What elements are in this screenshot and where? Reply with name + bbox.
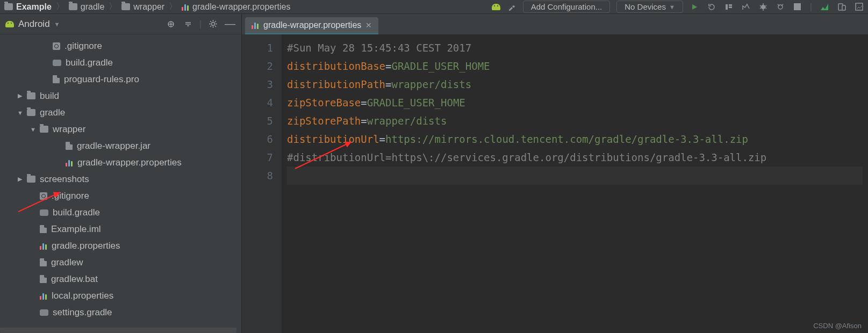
project-view-selector[interactable]: Android ▼: [5, 19, 60, 30]
close-icon[interactable]: ✕: [365, 21, 372, 30]
project-view-label: Android: [18, 19, 50, 30]
breadcrumb-item[interactable]: Example: [4, 2, 52, 12]
tree-node[interactable]: ▼wrapper: [0, 121, 241, 137]
add-configuration-button[interactable]: Add Configuration...: [523, 1, 611, 13]
button-label: Add Configuration...: [531, 2, 602, 11]
top-toolbar: Example 〉 gradle 〉 wrapper 〉 gradle-wrap…: [0, 0, 868, 14]
tree-node-label: build: [40, 91, 59, 102]
svg-rect-5: [794, 3, 801, 10]
breadcrumb-label: Example: [16, 2, 52, 12]
gitignore-icon: [40, 192, 47, 200]
editor-tab[interactable]: gradle-wrapper.properties ✕: [245, 17, 378, 34]
tree-node[interactable]: ▶gradlew: [0, 254, 241, 271]
tree-node[interactable]: ▶build.gradle: [0, 54, 241, 71]
code-line[interactable]: [287, 166, 863, 185]
breadcrumb[interactable]: Example 〉 gradle 〉 wrapper 〉 gradle-wrap…: [4, 1, 290, 12]
watermark: CSDN @Afison: [813, 322, 862, 330]
tree-node[interactable]: ▶gradle-wrapper.properties: [0, 154, 241, 171]
code-line[interactable]: #Sun May 28 15:45:43 CEST 2017: [287, 39, 863, 57]
folder-icon: [27, 92, 35, 99]
button-label: No Devices: [625, 2, 666, 11]
tree-node-label: gradle-wrapper.properties: [77, 157, 182, 168]
tree-node[interactable]: ▶gradlew.bat: [0, 271, 241, 287]
folder-icon: [121, 3, 130, 10]
file-icon: [40, 275, 47, 283]
svg-rect-0: [726, 4, 728, 10]
tree-node-label: Example.iml: [51, 224, 101, 235]
scrollbar[interactable]: [0, 328, 236, 333]
breadcrumb-item[interactable]: wrapper: [121, 2, 164, 12]
stop-icon[interactable]: [793, 2, 802, 12]
code-line[interactable]: zipStorePath=wrapper/dists: [287, 112, 863, 130]
attach-debugger-icon[interactable]: [776, 2, 785, 12]
tree-node-label: .gitignore: [64, 41, 102, 52]
editor-body[interactable]: 12345678 #Sun May 28 15:45:43 CEST 2017d…: [242, 34, 868, 333]
select-opened-file-icon[interactable]: [165, 18, 177, 30]
properties-file-icon: [40, 242, 47, 250]
code-line[interactable]: distributionBase=GRADLE_USER_HOME: [287, 57, 863, 75]
tree-node-label: .gitignore: [52, 191, 89, 201]
expand-arrow-icon[interactable]: ▼: [17, 110, 23, 116]
line-number-gutter: 12345678: [242, 34, 282, 333]
project-tree[interactable]: ▶.gitignore▶build.gradle▶proguard-rules.…: [0, 34, 241, 333]
code-line[interactable]: #distributionUrl=https\://services.gradl…: [287, 148, 863, 166]
breadcrumb-item[interactable]: gradle-wrapper.properties: [182, 2, 290, 12]
folder-icon: [69, 3, 77, 10]
tree-node-label: settings.gradle: [53, 307, 112, 318]
sync-gradle-icon[interactable]: [820, 2, 829, 12]
tree-node[interactable]: ▶proguard-rules.pro: [0, 71, 241, 88]
tree-node[interactable]: ▶build.gradle: [0, 204, 241, 221]
expand-arrow-icon[interactable]: ▼: [30, 126, 35, 133]
project-tool-header: Android ▼ | —: [0, 14, 241, 34]
tree-node[interactable]: ▶.gitignore: [0, 38, 241, 54]
collapse-all-icon[interactable]: [182, 18, 194, 30]
gear-icon[interactable]: [207, 18, 219, 30]
code-content[interactable]: #Sun May 28 15:45:43 CEST 2017distributi…: [287, 39, 863, 185]
hammer-icon[interactable]: [507, 2, 517, 12]
tree-node[interactable]: ▶gradle-wrapper.jar: [0, 137, 241, 154]
code-line[interactable]: zipStoreBase=GRADLE_USER_HOME: [287, 93, 863, 112]
chevron-right-icon: 〉: [109, 1, 117, 12]
coverage-icon[interactable]: [724, 2, 734, 12]
breadcrumb-label: wrapper: [133, 2, 164, 12]
editor-tab-bar: gradle-wrapper.properties ✕: [242, 14, 868, 34]
profile-icon[interactable]: [741, 2, 751, 12]
folder-icon: [27, 109, 35, 116]
project-tool-window: Android ▼ | — ▶.gitignore▶build.gradle▶p…: [0, 14, 242, 333]
breadcrumb-label: gradle-wrapper.properties: [192, 2, 290, 12]
tree-node[interactable]: ▼gradle: [0, 104, 241, 121]
tree-node-label: screenshots: [40, 174, 89, 185]
tree-node[interactable]: ▶Example.iml: [0, 221, 241, 237]
expand-arrow-icon[interactable]: ▶: [17, 92, 23, 99]
tree-node[interactable]: ▶local.properties: [0, 287, 241, 304]
gradle-icon: [40, 209, 48, 216]
device-selector[interactable]: No Devices ▼: [616, 1, 683, 13]
toolbar-right: Add Configuration... No Devices ▼ |: [492, 1, 864, 13]
file-icon: [40, 225, 47, 233]
code-line[interactable]: distributionPath=wrapper/dists: [287, 75, 863, 93]
avd-manager-icon[interactable]: [837, 2, 847, 12]
debug-icon[interactable]: [758, 2, 768, 12]
code-line[interactable]: distributionUrl=https://mirrors.cloud.te…: [287, 130, 863, 148]
tree-node-label: proguard-rules.pro: [64, 74, 139, 85]
tree-node[interactable]: ▶build: [0, 88, 241, 104]
breadcrumb-item[interactable]: gradle: [69, 2, 104, 12]
expand-arrow-icon[interactable]: ▶: [17, 176, 23, 183]
folder-icon: [4, 3, 13, 10]
hide-icon[interactable]: —: [224, 18, 236, 30]
android-icon[interactable]: [492, 4, 500, 10]
run-icon[interactable]: [690, 2, 699, 12]
tree-node[interactable]: ▶screenshots: [0, 171, 241, 187]
tree-node-label: gradle.properties: [52, 241, 120, 251]
properties-file-icon: [40, 292, 47, 300]
tree-node-label: build.gradle: [53, 207, 100, 218]
tree-node[interactable]: ▶.gitignore: [0, 187, 241, 204]
tree-node-label: gradle-wrapper.jar: [77, 141, 150, 151]
tree-node[interactable]: ▶gradle.properties: [0, 237, 241, 254]
folder-icon: [40, 126, 48, 133]
tab-label: gradle-wrapper.properties: [263, 20, 361, 30]
debug-restart-icon[interactable]: [707, 2, 716, 12]
sdk-manager-icon[interactable]: [854, 2, 864, 12]
chevron-down-icon: ▼: [669, 4, 675, 10]
tree-node[interactable]: ▶settings.gradle: [0, 304, 241, 321]
